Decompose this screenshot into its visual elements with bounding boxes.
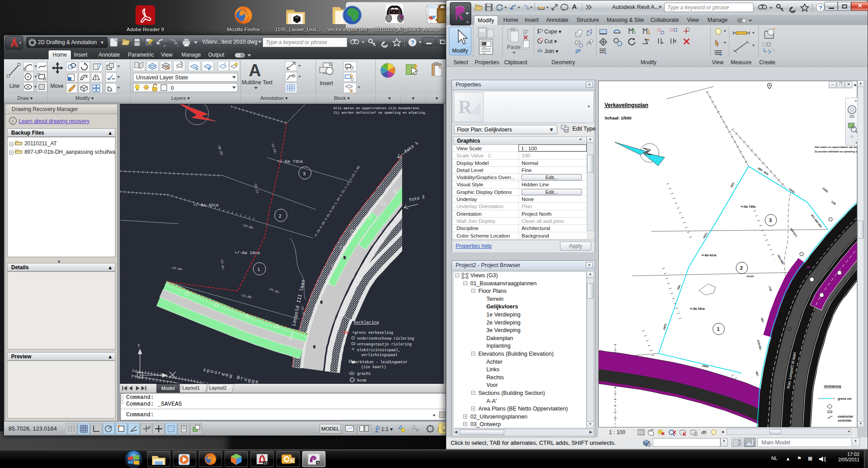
svg-text:Move: Move <box>50 83 64 89</box>
svg-text:A: A <box>249 61 261 80</box>
svg-text:Unsaved Layer State: Unsaved Layer State <box>136 74 188 81</box>
svg-text:Cut ▾: Cut ▾ <box>544 38 557 45</box>
svg-text:?: ? <box>819 4 823 11</box>
svg-text:Join ▾: Join ▾ <box>544 48 558 54</box>
svg-text:+/-8a 16ca: +/-8a 16ca <box>690 307 705 310</box>
svg-text:2D: 2D <box>849 114 855 119</box>
svg-text:boom: boom <box>357 378 366 383</box>
svg-text:1: 1 <box>717 326 720 332</box>
svg-text:elektricitei: elektricitei <box>838 415 853 418</box>
svg-text:elektriciteitspaal,: elektriciteitspaal, <box>357 348 400 353</box>
svg-text:gracht: gracht <box>357 372 371 376</box>
svg-text:R: R <box>317 461 319 464</box>
svg-text:Multiline Text: Multiline Text <box>242 79 273 86</box>
svg-text:merkteken - leidingwater: merkteken - leidingwater <box>353 360 407 365</box>
svg-text:i: i <box>12 118 13 123</box>
svg-text:+/-6a 42ca: +/-6a 42ca <box>701 254 716 257</box>
svg-text:Alle maten en oppervlakten zij: Alle maten en oppervlakten zijn bena <box>815 146 857 148</box>
svg-text:Verklaring: Verklaring <box>824 384 841 388</box>
svg-text:2: 2 <box>279 213 282 219</box>
svg-text:Y: Y <box>137 344 140 349</box>
svg-text:Schaal: 1/500: Schaal: 1/500 <box>605 115 631 120</box>
svg-text:grens ver: grens ver <box>838 397 852 401</box>
svg-text:3: 3 <box>769 218 772 223</box>
svg-text:+grens verkaveling: +grens verkaveling <box>352 331 393 335</box>
svg-text:verlichtin: verlichtin <box>838 419 852 422</box>
svg-text:+/-6a 73ca: +/-6a 73ca <box>740 205 756 208</box>
svg-text:3: 3 <box>303 171 306 177</box>
svg-text:(zie kaart): (zie kaart) <box>361 365 386 369</box>
svg-text:+/-6a 42ca: +/-6a 42ca <box>193 203 218 208</box>
svg-text:ontvangstputje riolering: ontvangstputje riolering <box>357 342 411 347</box>
svg-text:A: A <box>466 20 469 24</box>
svg-text:Cope ▾: Cope ▾ <box>544 29 561 35</box>
svg-text:Verkavelingsplan: Verkavelingsplan <box>605 102 648 108</box>
svg-text:Insert: Insert <box>320 80 333 86</box>
svg-text:Line: Line <box>9 83 20 89</box>
svg-text:-34.05-: -34.05- <box>746 275 754 278</box>
svg-text:1:1 ▾: 1:1 ▾ <box>381 426 393 432</box>
svg-text:onderzoekschouw riolering: onderzoekschouw riolering <box>357 337 414 341</box>
svg-text:Zij worden definitief na opmet: Zij worden definitief na opmeting en afp… <box>333 111 427 115</box>
svg-text:Alle maten en oppervlakten zij: Alle maten en oppervlakten zijn benadere… <box>333 107 421 110</box>
svg-text:1: 1 <box>257 267 260 272</box>
svg-text:W: W <box>352 361 355 364</box>
svg-text:0: 0 <box>171 85 174 91</box>
svg-text:Zij worden definitief na opmet: Zij worden definitief na opmeting en <box>815 150 857 153</box>
svg-text:+/-8a 16ca: +/-8a 16ca <box>234 250 260 255</box>
svg-text:+/-6a 73ca: +/-6a 73ca <box>277 159 303 164</box>
svg-text:Verklaring: Verklaring <box>354 320 379 325</box>
svg-text:R: R <box>399 14 403 20</box>
svg-text:verlichtingspaal: verlichtingspaal <box>361 353 398 357</box>
svg-text:A: A <box>572 3 577 10</box>
svg-text:2: 2 <box>740 265 743 271</box>
svg-text:LT: LT <box>264 462 267 465</box>
svg-text:Paste: Paste <box>507 44 521 50</box>
svg-text:?: ? <box>411 39 415 46</box>
